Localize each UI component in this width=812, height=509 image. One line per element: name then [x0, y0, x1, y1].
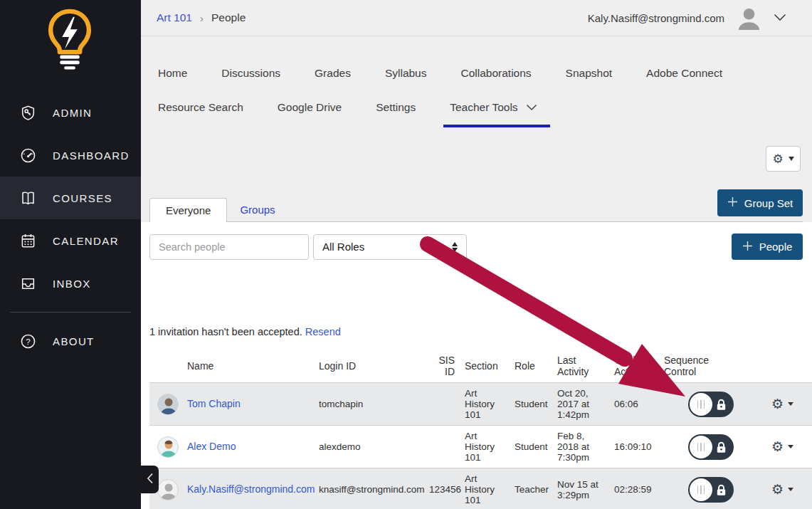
- table-row: Tom Chapin tomchapin Art History 101 Stu…: [149, 382, 812, 425]
- avatar[interactable]: [157, 394, 179, 415]
- sidebar: ADMIN DASHBOARD: [0, 0, 141, 509]
- avatar-cell: [149, 436, 181, 458]
- plus-icon: [742, 241, 753, 253]
- sidebar-item-about[interactable]: ? ABOUT: [0, 320, 141, 362]
- chevron-down-icon[interactable]: [774, 11, 786, 24]
- caret-down-icon: [789, 157, 794, 161]
- sequence-control-cell: [653, 392, 749, 417]
- caret-down-icon: [788, 445, 793, 448]
- topbar-user-area: Kaly.Nasiff@strongmind.com: [588, 6, 786, 31]
- tab-groups[interactable]: Groups: [227, 204, 286, 221]
- sidebar-item-dashboard[interactable]: DASHBOARD: [0, 134, 141, 177]
- caret-down-icon: [788, 488, 793, 491]
- user-options-menu[interactable]: ⚙: [771, 440, 806, 453]
- book-icon: [19, 189, 37, 207]
- sidebar-item-label: INBOX: [53, 278, 91, 290]
- nav-link-snapshot[interactable]: Snapshot: [566, 67, 613, 80]
- sidebar-item-courses[interactable]: COURSES: [0, 177, 141, 219]
- sidebar-collapse-button[interactable]: [141, 466, 159, 493]
- nav-link-adobe-connect[interactable]: Adobe Connect: [646, 67, 722, 80]
- breadcrumb-course-link[interactable]: Art 101: [157, 11, 192, 24]
- login-id-cell: tomchapin: [316, 399, 426, 409]
- inbox-icon: [19, 274, 37, 293]
- add-group-set-label: Group Set: [744, 197, 793, 209]
- role-cell: Teacher: [512, 484, 554, 495]
- add-group-set-button[interactable]: Group Set: [717, 189, 803, 216]
- table-row: Alex Demo alexdemo Art History 101 Stude…: [149, 425, 812, 468]
- nav-link-resource-search[interactable]: Resource Search: [158, 101, 243, 114]
- breadcrumb-page: People: [211, 11, 246, 24]
- gear-icon: ⚙: [771, 397, 784, 411]
- table-row: Kaly.Nasiff@strongmind.com knasiff@stron…: [149, 468, 812, 509]
- user-email: Kaly.Nasiff@strongmind.com: [588, 12, 724, 24]
- user-options-menu[interactable]: ⚙: [771, 483, 806, 496]
- sidebar-item-label: COURSES: [53, 192, 112, 204]
- course-nav-row-1: Home Discussions Grades Syllabus Collabo…: [158, 67, 805, 80]
- sidebar-divider: [10, 312, 131, 313]
- header-sequence-control: Sequence Control: [653, 355, 749, 377]
- nav-link-collaborations[interactable]: Collaborations: [461, 67, 532, 80]
- lock-icon: [716, 484, 727, 498]
- people-content: All Roles People 1 invitation hasn't bee…: [141, 222, 812, 509]
- sidebar-nav: ADMIN DASHBOARD: [0, 91, 141, 362]
- nav-link-syllabus[interactable]: Syllabus: [385, 67, 427, 80]
- invitation-notice: 1 invitation hasn't been accepted. Resen…: [149, 326, 341, 337]
- gear-icon: ⚙: [772, 153, 783, 165]
- user-options-menu[interactable]: ⚙: [771, 397, 806, 411]
- nav-link-grades[interactable]: Grades: [315, 67, 351, 80]
- filter-row: All Roles People: [149, 233, 803, 260]
- page-settings-menu-button[interactable]: ⚙: [766, 146, 801, 172]
- sidebar-item-calendar[interactable]: CALENDAR: [0, 219, 141, 262]
- sis-id-cell: 123456: [426, 484, 462, 495]
- header-login-id: Login ID: [316, 360, 426, 372]
- role-cell: Student: [512, 441, 554, 452]
- caret-down-icon: [788, 402, 793, 406]
- sequence-control-toggle[interactable]: [688, 477, 734, 503]
- course-nav-row-2: Resource Search Google Drive Settings Te…: [158, 101, 805, 114]
- toggle-knob-grip-icon: [690, 393, 712, 416]
- people-table: Name Login ID SIS ID Section Role Last A…: [149, 349, 812, 509]
- avatar-cell: [149, 394, 181, 415]
- user-name-link[interactable]: Kaly.Nasiff@strongmind.com: [187, 483, 315, 495]
- resend-link[interactable]: Resend: [305, 326, 341, 337]
- add-people-button[interactable]: People: [732, 233, 803, 260]
- role-cell: Student: [512, 399, 554, 409]
- search-people-input[interactable]: [149, 234, 309, 260]
- last-activity-cell: Feb 8, 2018 at 7:30pm: [554, 431, 611, 463]
- user-name-link[interactable]: Alex Demo: [187, 441, 236, 452]
- section-cell: Art History 101: [462, 431, 512, 463]
- avatar[interactable]: [157, 479, 179, 500]
- header-role: Role: [512, 360, 554, 372]
- avatar[interactable]: [157, 436, 179, 458]
- login-id-cell: knasiff@strongmind.com: [316, 484, 426, 495]
- sequence-control-toggle[interactable]: [688, 434, 734, 460]
- sidebar-item-label: CALENDAR: [53, 235, 119, 247]
- people-page: ADMIN DASHBOARD: [0, 0, 812, 509]
- lock-icon: [716, 399, 727, 413]
- total-activity-cell: 16:09:10: [611, 441, 653, 452]
- roles-filter-select[interactable]: All Roles: [313, 234, 467, 260]
- sidebar-item-label: ADMIN: [53, 107, 92, 119]
- toggle-knob-grip-icon: [690, 478, 712, 501]
- user-avatar[interactable]: [737, 6, 761, 31]
- chevron-left-icon: [147, 473, 154, 487]
- nav-link-discussions[interactable]: Discussions: [221, 67, 280, 80]
- user-name-link[interactable]: Tom Chapin: [187, 398, 241, 409]
- nav-link-settings[interactable]: Settings: [376, 101, 416, 114]
- header-total-activity: Total Activity: [611, 355, 653, 377]
- sidebar-item-admin[interactable]: ADMIN: [0, 91, 141, 134]
- sequence-control-toggle[interactable]: [688, 392, 734, 417]
- sequence-control-cell: [653, 434, 749, 460]
- gear-icon: ⚙: [771, 483, 784, 496]
- svg-text:?: ?: [26, 337, 30, 345]
- nav-link-teacher-tools[interactable]: Teacher Tools: [450, 101, 537, 114]
- section-cell: Art History 101: [462, 473, 512, 505]
- nav-link-google-drive[interactable]: Google Drive: [278, 101, 342, 114]
- header-section: Section: [462, 360, 512, 372]
- sidebar-item-label: ABOUT: [53, 335, 95, 347]
- tab-everyone[interactable]: Everyone: [149, 198, 227, 222]
- shield-key-icon: [19, 103, 37, 122]
- nav-link-home[interactable]: Home: [158, 67, 187, 80]
- gauge-icon: [19, 146, 37, 164]
- sidebar-item-inbox[interactable]: INBOX: [0, 262, 141, 305]
